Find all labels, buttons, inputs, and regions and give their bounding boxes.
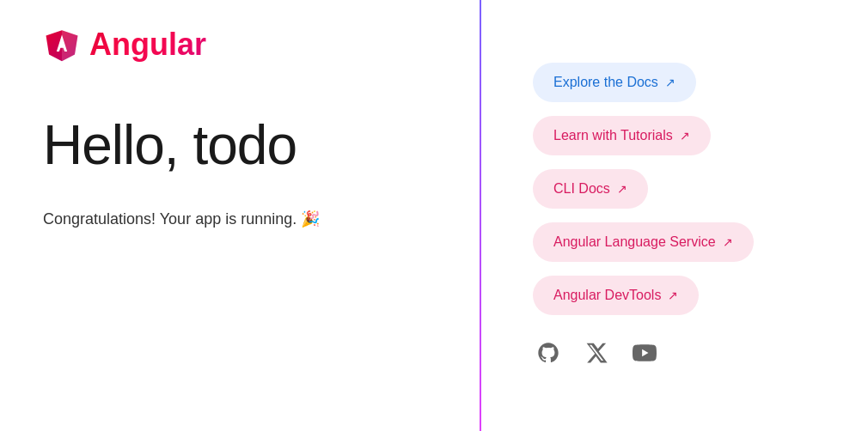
- congrats-text: Congratulations! Your app is running. 🎉: [43, 209, 438, 228]
- external-link-icon-2: ↗: [617, 182, 627, 196]
- github-link[interactable]: [533, 337, 564, 368]
- cli-docs-label: CLI Docs: [553, 181, 610, 197]
- angular-logo-text: Angular: [89, 27, 206, 63]
- main-heading: Hello, todo: [43, 115, 438, 175]
- left-panel: Angular Hello, todo Congratulations! You…: [0, 0, 481, 431]
- language-service-link[interactable]: Angular Language Service ↗: [533, 222, 754, 262]
- learn-tutorials-link[interactable]: Learn with Tutorials ↗: [533, 116, 711, 155]
- youtube-link[interactable]: [629, 337, 660, 368]
- social-row: [533, 337, 816, 368]
- devtools-link[interactable]: Angular DevTools ↗: [533, 276, 699, 315]
- cli-docs-link[interactable]: CLI Docs ↗: [533, 169, 648, 209]
- learn-tutorials-label: Learn with Tutorials: [553, 128, 673, 143]
- external-link-icon-0: ↗: [665, 76, 675, 89]
- external-link-icon-3: ↗: [723, 235, 733, 249]
- right-panel: Explore the Docs ↗ Learn with Tutorials …: [481, 0, 868, 431]
- twitter-x-link[interactable]: [581, 337, 612, 368]
- language-service-label: Angular Language Service: [553, 234, 716, 250]
- angular-logo-icon: [43, 26, 81, 64]
- explore-docs-label: Explore the Docs: [553, 75, 658, 90]
- twitter-x-icon: [584, 341, 608, 365]
- explore-docs-link[interactable]: Explore the Docs ↗: [533, 63, 696, 102]
- external-link-icon-1: ↗: [680, 129, 690, 143]
- youtube-icon: [633, 341, 657, 365]
- external-link-icon-4: ↗: [668, 288, 678, 302]
- logo-area: Angular: [43, 26, 438, 64]
- github-icon: [536, 341, 560, 365]
- vertical-divider: [480, 0, 481, 431]
- devtools-label: Angular DevTools: [553, 288, 661, 303]
